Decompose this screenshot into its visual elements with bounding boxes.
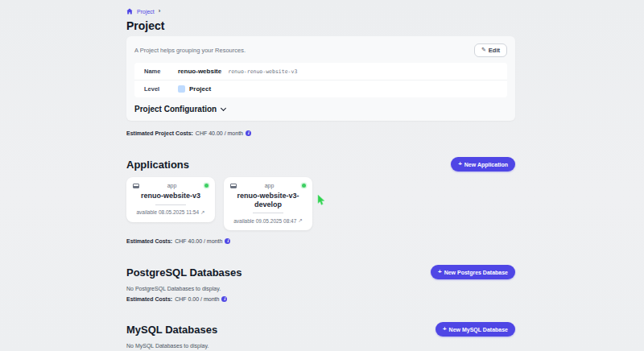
applications-header: Applications + New Application — [126, 157, 515, 171]
home-icon[interactable] — [126, 8, 133, 14]
project-name-value: renuo-website — [178, 68, 221, 75]
new-postgres-database-button[interactable]: + New Postgres Database — [431, 265, 515, 279]
project-description: A Project helps grouping your Resources. — [134, 43, 246, 54]
project-costs-value: CHF 40.00 / month — [196, 130, 243, 136]
postgres-title: PostgreSQL Databases — [126, 266, 242, 279]
chevron-right-icon: › — [159, 8, 161, 14]
postgres-header: PostgreSQL Databases + New Postgres Data… — [126, 265, 515, 279]
project-configuration-label: Project Configuration — [134, 105, 217, 114]
page-title: Project — [126, 19, 515, 32]
external-link-icon[interactable]: ↗ — [200, 209, 204, 216]
app-window-icon — [133, 184, 139, 188]
project-costs-line: Estimated Project Costs: CHF 40.00 / mon… — [126, 130, 515, 136]
plus-icon: + — [443, 326, 447, 332]
project-configuration-toggle[interactable]: Project Configuration — [134, 105, 507, 114]
plus-icon: + — [438, 269, 442, 275]
app-available-text: available 09.05.2025 08:47 — [233, 218, 296, 224]
applications-costs-line: Estimated Costs: CHF 40.00 / month i — [126, 238, 515, 244]
mysql-header: MySQL Databases + New MySQL Database — [126, 322, 515, 337]
app-name: renuo-website-v3 — [133, 192, 208, 200]
status-online-icon — [302, 184, 306, 188]
chevron-down-icon — [221, 105, 226, 110]
breadcrumb-link-project[interactable]: Project — [137, 9, 155, 14]
status-online-icon — [204, 184, 208, 188]
edit-button-label: Edit — [489, 47, 500, 54]
app-available-text: available 08.05.2025 11:54 — [136, 209, 199, 215]
project-card: A Project helps grouping your Resources.… — [126, 36, 515, 121]
applications-costs-value: CHF 40.00 / month — [175, 238, 222, 244]
app-name: renuo-website-v3-develop — [230, 192, 306, 209]
attribute-label: Level — [144, 85, 178, 93]
plus-icon: + — [458, 161, 462, 167]
external-link-icon[interactable]: ↗ — [298, 217, 302, 224]
app-card-renuo-website-v3[interactable]: app renuo-website-v3 available 08.05.202… — [126, 177, 215, 222]
new-application-label: New Application — [464, 162, 508, 167]
project-costs-label: Estimated Project Costs: — [126, 130, 193, 136]
project-internal-name: renuo-renuo-website-v3 — [228, 68, 297, 75]
new-application-button[interactable]: + New Application — [451, 157, 515, 171]
pencil-icon: ✎ — [481, 47, 486, 53]
applications-title: Applications — [126, 159, 189, 171]
new-mysql-database-button[interactable]: + New MySQL Database — [436, 322, 515, 337]
new-postgres-label: New Postgres Database — [444, 270, 508, 275]
postgres-costs-line: Estimated Costs: CHF 0.00 / month i — [126, 296, 515, 302]
mysql-empty-message: No MySQL Databases to display. — [126, 343, 515, 349]
level-badge-icon — [178, 85, 185, 93]
attribute-row-level: Level Project — [134, 80, 507, 97]
project-attributes: Name renuo-website renuo-renuo-website-v… — [134, 63, 507, 97]
postgres-costs-label: Estimated Costs: — [126, 296, 172, 302]
edit-button[interactable]: ✎ Edit — [474, 43, 507, 57]
info-icon[interactable]: i — [221, 296, 227, 302]
main-content: Project › Project A Project helps groupi… — [126, 0, 515, 349]
postgres-costs-value: CHF 0.00 / month — [175, 296, 219, 302]
attribute-label: Name — [144, 68, 178, 75]
breadcrumb: Project › — [126, 8, 515, 14]
app-card-renuo-website-v3-develop[interactable]: app renuo-website-v3-develop available 0… — [224, 177, 312, 230]
divider — [253, 213, 283, 213]
project-level-value: Project — [189, 85, 211, 93]
divider — [155, 204, 186, 205]
info-icon[interactable]: i — [225, 238, 230, 244]
mysql-title: MySQL Databases — [126, 324, 217, 336]
info-icon[interactable]: i — [246, 130, 251, 136]
app-window-icon — [230, 184, 237, 188]
postgres-empty-message: No PostgreSQL Databases to display. — [126, 286, 515, 291]
app-type-label: app — [167, 183, 177, 188]
new-mysql-label: New MySQL Database — [449, 327, 508, 332]
app-type-label: app — [265, 183, 275, 188]
application-cards: app renuo-website-v3 available 08.05.202… — [126, 177, 515, 230]
attribute-row-name: Name renuo-website renuo-renuo-website-v… — [134, 63, 507, 80]
applications-costs-label: Estimated Costs: — [126, 238, 172, 244]
